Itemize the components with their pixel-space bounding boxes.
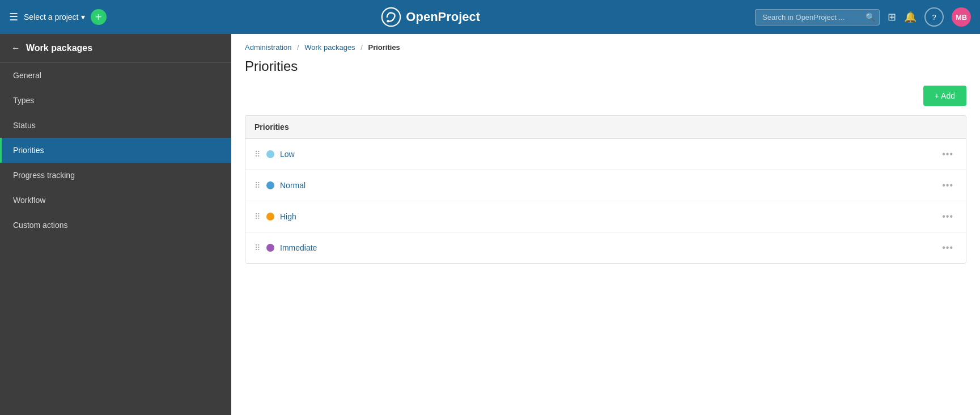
more-menu-button-immediate[interactable]: ••• bbox=[939, 242, 957, 254]
top-navigation: ☰ Select a project ▾ + OpenProject 🔍 ⊞ 🔔… bbox=[0, 0, 980, 34]
priority-name-low[interactable]: Low bbox=[280, 150, 939, 159]
content-area: Administration / Work packages / Priorit… bbox=[231, 34, 980, 415]
avatar[interactable]: MB bbox=[952, 7, 971, 27]
breadcrumb-sep2: / bbox=[360, 43, 363, 52]
breadcrumb-workpackages-link[interactable]: Work packages bbox=[304, 43, 355, 52]
logo-text: OpenProject bbox=[406, 10, 480, 24]
priorities-table-header: Priorities bbox=[245, 116, 966, 139]
drag-handle-normal[interactable]: ⠿ bbox=[254, 181, 260, 190]
sidebar: ← Work packages General Types Status Pri… bbox=[0, 34, 231, 415]
priority-row-normal: ⠿ Normal ••• bbox=[245, 170, 966, 201]
search-input[interactable] bbox=[755, 9, 880, 26]
priorities-table: Priorities ⠿ Low ••• ⠿ Normal ••• ⠿ High… bbox=[245, 115, 966, 264]
svg-point-1 bbox=[387, 20, 390, 23]
more-menu-button-normal[interactable]: ••• bbox=[939, 179, 957, 192]
help-icon[interactable]: ? bbox=[924, 7, 944, 27]
priority-row-immediate: ⠿ Immediate ••• bbox=[245, 232, 966, 263]
sidebar-item-general[interactable]: General bbox=[0, 63, 231, 88]
priority-row-low: ⠿ Low ••• bbox=[245, 139, 966, 170]
breadcrumb-current: Priorities bbox=[368, 43, 400, 52]
priority-name-high[interactable]: High bbox=[280, 212, 939, 221]
page-title: Priorities bbox=[245, 58, 966, 74]
priority-row-high: ⠿ High ••• bbox=[245, 201, 966, 232]
bell-icon[interactable]: 🔔 bbox=[904, 11, 917, 23]
hamburger-icon[interactable]: ☰ bbox=[9, 11, 18, 23]
project-select-button[interactable]: Select a project ▾ bbox=[24, 12, 85, 22]
add-project-button[interactable]: + bbox=[91, 9, 107, 25]
more-menu-button-high[interactable]: ••• bbox=[939, 210, 957, 223]
logo: OpenProject bbox=[381, 7, 480, 27]
back-icon[interactable]: ← bbox=[11, 43, 20, 53]
drag-handle-high[interactable]: ⠿ bbox=[254, 212, 260, 221]
svg-point-0 bbox=[382, 8, 400, 26]
priority-dot-high bbox=[266, 213, 274, 221]
sidebar-header: ← Work packages bbox=[0, 34, 231, 63]
grid-icon[interactable]: ⊞ bbox=[888, 11, 896, 23]
sidebar-item-priorities[interactable]: Priorities bbox=[0, 138, 231, 163]
drag-handle-low[interactable]: ⠿ bbox=[254, 150, 260, 159]
breadcrumb-sep1: / bbox=[297, 43, 299, 52]
breadcrumb-admin-link[interactable]: Administration bbox=[245, 43, 291, 52]
add-button[interactable]: + Add bbox=[923, 86, 966, 106]
priority-name-normal[interactable]: Normal bbox=[280, 181, 939, 190]
more-menu-button-low[interactable]: ••• bbox=[939, 148, 957, 160]
sidebar-item-workflow[interactable]: Workflow bbox=[0, 188, 231, 213]
priority-dot-immediate bbox=[266, 244, 274, 252]
search-wrapper: 🔍 bbox=[755, 9, 880, 26]
sidebar-item-custom-actions[interactable]: Custom actions bbox=[0, 213, 231, 238]
priority-dot-normal bbox=[266, 181, 274, 189]
sidebar-item-status[interactable]: Status bbox=[0, 113, 231, 138]
sidebar-item-types[interactable]: Types bbox=[0, 88, 231, 113]
sidebar-title: Work packages bbox=[26, 43, 92, 53]
priority-dot-low bbox=[266, 150, 274, 158]
search-icon[interactable]: 🔍 bbox=[866, 12, 875, 22]
breadcrumb: Administration / Work packages / Priorit… bbox=[231, 34, 980, 56]
sidebar-item-progress-tracking[interactable]: Progress tracking bbox=[0, 163, 231, 188]
drag-handle-immediate[interactable]: ⠿ bbox=[254, 243, 260, 252]
priority-name-immediate[interactable]: Immediate bbox=[280, 243, 939, 252]
